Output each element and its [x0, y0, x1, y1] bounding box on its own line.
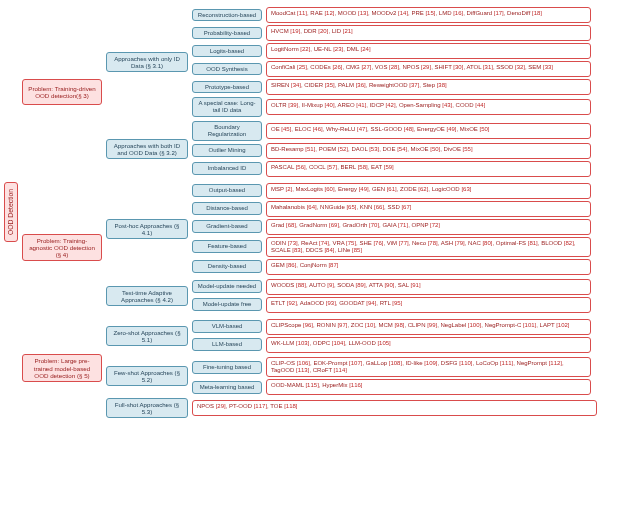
a52-node: Few-shot Approaches (§ 5.2)	[106, 366, 188, 386]
branch-a52: Few-shot Approaches (§ 5.2) Fine-tuning …	[106, 356, 597, 396]
leaf-vlm: CLIPScope [96], RONIN [97], ZOC [10], MC…	[266, 319, 591, 335]
a41-children: Output-based MSP [2], MaxLogits [60], En…	[192, 182, 591, 276]
leaf-imbal: PASCAL [56], COCL [57], BERL [58], EAT […	[266, 161, 591, 177]
branch-dist: Distance-based Mahalanobis [64], NNGuide…	[192, 201, 591, 217]
a52-children: Fine-tuning based CLIP-OS [106], EOK-Pro…	[192, 356, 591, 396]
branch-a41: Post-hoc Approaches (§ 4.1) Output-based…	[106, 182, 591, 276]
tree-root-row: OOD Detection Problem: Training-driven O…	[4, 4, 636, 420]
mupd-node: Model-update needed	[192, 280, 262, 293]
leaf-meta: OOD-MAML [115], HyperMix [116]	[266, 379, 591, 395]
root-node: OOD Detection	[4, 182, 18, 242]
leaf-boundreg: OE [45], ELOC [46], Why-ReLU [47], SSL-G…	[266, 123, 591, 139]
leaf-special: OLTR [39], II-Mixup [40], AREO [41], IDC…	[266, 99, 591, 115]
branch-ft: Fine-tuning based CLIP-OS [106], EOK-Pro…	[192, 357, 591, 377]
llm-node: LLM-based	[192, 338, 262, 351]
a42-children: Model-update needed WOODS [88], AUTO [9]…	[192, 278, 591, 314]
branch-llm: LLM-based WK-LLM [103], ODPC [104], LLM-…	[192, 337, 591, 353]
p1-node: Problem: Training-driven OOD detection(§…	[22, 79, 102, 105]
a31-children: Reconstruction-based MoodCat [11], RAE […	[192, 6, 591, 118]
a53-children: NPOS [29], PT-OOD [117], TOE [118]	[192, 400, 597, 416]
vlm-node: VLM-based	[192, 320, 262, 333]
leaf-feat: ODIN [73], ReAct [74], VRA [75], SHE [76…	[266, 237, 591, 257]
a32-node: Approaches with both ID and OOD Data (§ …	[106, 139, 188, 159]
a31-node: Approaches with only ID Data (§ 3.1)	[106, 52, 188, 72]
branch-mupd: Model-update needed WOODS [88], AUTO [9]…	[192, 279, 591, 295]
leaf-ft: CLIP-OS [106], EOK-Prompt [107], GaLLop …	[266, 357, 591, 377]
branch-vlm: VLM-based CLIPScope [96], RONIN [97], ZO…	[192, 319, 591, 335]
leaf-dist: Mahalanobis [64], NNGuide [65], KNN [66]…	[266, 201, 591, 217]
branch-a51: Zero-shot Approaches (§ 5.1) VLM-based C…	[106, 318, 597, 354]
branch-logits: Logits-based LogitNorm [22], UE-NL [23],…	[192, 43, 591, 59]
a53-node: Full-shot Approaches (§ 5.3)	[106, 398, 188, 418]
a32-children: Boundary Regularization OE [45], ELOC [4…	[192, 120, 591, 178]
p1-children: Approaches with only ID Data (§ 3.1) Rec…	[106, 5, 591, 179]
a42-node: Test-time Adaptive Approaches (§ 4.2)	[106, 286, 188, 306]
branch-recon: Reconstruction-based MoodCat [11], RAE […	[192, 7, 591, 23]
branch-grad: Gradient-based Grad [68], GradNorm [69],…	[192, 219, 591, 235]
boundreg-node: Boundary Regularization	[192, 121, 262, 141]
branch-a42: Test-time Adaptive Approaches (§ 4.2) Mo…	[106, 278, 591, 314]
branch-dens: Density-based GEM [86], ConjNorm [87]	[192, 259, 591, 275]
leaf-grad: Grad [68], GradNorm [69], GradOrth [70],…	[266, 219, 591, 235]
leaf-mupd: WOODS [88], AUTO [9], SODA [89], ATTA [9…	[266, 279, 591, 295]
branch-a32: Approaches with both ID and OOD Data (§ …	[106, 120, 591, 178]
branch-a53: Full-shot Approaches (§ 5.3) NPOS [29], …	[106, 398, 597, 418]
meta-node: Meta-learning based	[192, 381, 262, 394]
prob-node: Probability-based	[192, 27, 262, 40]
branch-feat: Feature-based ODIN [73], ReAct [74], VRA…	[192, 237, 591, 257]
p3-node: Problem: Large pre-trained model-based O…	[22, 354, 102, 381]
leaf-oodsyn: ConfiCali [25], CODEs [26], CMG [27], VO…	[266, 61, 591, 77]
mfree-node: Model-update free	[192, 298, 262, 311]
leaf-prob: HVCM [19], DDR [20], LID [21]	[266, 25, 591, 41]
p2-children: Post-hoc Approaches (§ 4.1) Output-based…	[106, 181, 591, 315]
leaf-mfree: ETLT [92], AdaOOD [93], GOODAT [94], RTL…	[266, 297, 591, 313]
branch-output: Output-based MSP [2], MaxLogits [60], En…	[192, 183, 591, 199]
proto-node: Prototype-based	[192, 81, 262, 94]
branch-proto: Prototype-based SIREN [34], CIDER [35], …	[192, 79, 591, 95]
branch-p3: Problem: Large pre-trained model-based O…	[22, 317, 597, 419]
branch-imbal: Imbalanced ID PASCAL [56], COCL [57], BE…	[192, 161, 591, 177]
a51-children: VLM-based CLIPScope [96], RONIN [97], ZO…	[192, 318, 591, 354]
leaf-proto: SIREN [34], CIDER [35], PALM [36], Rewei…	[266, 79, 591, 95]
output-node: Output-based	[192, 184, 262, 197]
a41-node: Post-hoc Approaches (§ 4.1)	[106, 219, 188, 239]
a51-node: Zero-shot Approaches (§ 5.1)	[106, 326, 188, 346]
special-node: A special case: Long-tail ID data	[192, 97, 262, 117]
leaf-dens: GEM [86], ConjNorm [87]	[266, 259, 591, 275]
imbal-node: Imbalanced ID	[192, 162, 262, 175]
p3-children: Zero-shot Approaches (§ 5.1) VLM-based C…	[106, 317, 597, 419]
leaf-llm: WK-LLM [103], ODPC [104], LLM-OOD [105]	[266, 337, 591, 353]
leaf-output: MSP [2], MaxLogits [60], Energy [49], GE…	[266, 183, 591, 199]
branch-p1: Problem: Training-driven OOD detection(§…	[22, 5, 597, 179]
dens-node: Density-based	[192, 260, 262, 273]
leaf-full: NPOS [29], PT-OOD [117], TOE [118]	[192, 400, 597, 416]
recon-node: Reconstruction-based	[192, 9, 262, 22]
branch-prob: Probability-based HVCM [19], DDR [20], L…	[192, 25, 591, 41]
p2-node: Problem: Training-agnostic OOD detection…	[22, 234, 102, 261]
feat-node: Feature-based	[192, 240, 262, 253]
branch-outmine: Outlier Mining BD-Resamp [51], POEM [52]…	[192, 143, 591, 159]
logits-node: Logits-based	[192, 45, 262, 58]
leaf-recon: MoodCat [11], RAE [12], MOOD [13], MOODv…	[266, 7, 591, 23]
branch-special: A special case: Long-tail ID data OLTR […	[192, 97, 591, 117]
leaf-logits: LogitNorm [22], UE-NL [23], DML [24]	[266, 43, 591, 59]
branch-boundreg: Boundary Regularization OE [45], ELOC [4…	[192, 121, 591, 141]
branch-oodsyn: OOD Synthesis ConfiCali [25], CODEs [26]…	[192, 61, 591, 77]
leaf-outmine: BD-Resamp [51], POEM [52], DAOL [53], DO…	[266, 143, 591, 159]
dist-node: Distance-based	[192, 202, 262, 215]
oodsyn-node: OOD Synthesis	[192, 63, 262, 76]
branch-mfree: Model-update free ETLT [92], AdaOOD [93]…	[192, 297, 591, 313]
branch-p2: Problem: Training-agnostic OOD detection…	[22, 181, 597, 315]
branch-meta: Meta-learning based OOD-MAML [115], Hype…	[192, 379, 591, 395]
ft-node: Fine-tuning based	[192, 361, 262, 374]
level1-children: Problem: Training-driven OOD detection(§…	[22, 4, 597, 420]
grad-node: Gradient-based	[192, 220, 262, 233]
branch-a31: Approaches with only ID Data (§ 3.1) Rec…	[106, 6, 591, 118]
outmine-node: Outlier Mining	[192, 144, 262, 157]
